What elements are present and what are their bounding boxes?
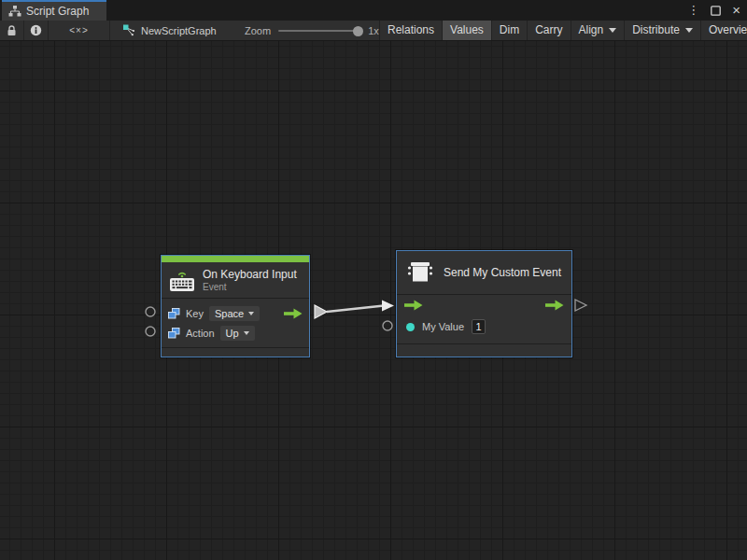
port-row-key: Key Space bbox=[162, 303, 309, 323]
script-graph-window: Script Graph ⋮ × bbox=[0, 0, 747, 560]
info-icon bbox=[30, 24, 42, 36]
graph-canvas[interactable]: On Keyboard Input Event Key Space bbox=[0, 41, 747, 560]
node-title: Send My Custom Event bbox=[444, 266, 561, 279]
chevron-down-icon bbox=[685, 28, 693, 33]
wire-end-arrow bbox=[382, 301, 394, 312]
port-row-action: Action Up bbox=[162, 323, 309, 343]
graph-toolbar: <×> NewScriptGraph Zoom 1x Relati bbox=[0, 21, 747, 41]
zoom-control: Zoom 1x bbox=[245, 21, 381, 40]
lock-icon bbox=[7, 24, 17, 36]
node-footer bbox=[162, 348, 309, 357]
node-title: On Keyboard Input bbox=[203, 268, 297, 281]
code-toggle-icon: <×> bbox=[69, 25, 89, 35]
node-subtitle: Event bbox=[203, 282, 297, 292]
value-port-dot[interactable] bbox=[406, 323, 415, 331]
keyboard-event-icon bbox=[169, 268, 195, 292]
connection-overlay bbox=[0, 41, 747, 560]
values-button[interactable]: Values bbox=[442, 21, 491, 40]
zoom-slider[interactable] bbox=[278, 30, 360, 32]
control-ports-row bbox=[397, 295, 571, 315]
my-value-input[interactable]: 1 bbox=[472, 319, 486, 334]
align-dropdown-button[interactable]: Align bbox=[571, 21, 625, 40]
kebab-menu-icon[interactable]: ⋮ bbox=[684, 0, 702, 21]
key-input-port-circle[interactable] bbox=[146, 307, 155, 316]
key-dropdown[interactable]: Space bbox=[209, 306, 260, 321]
chevron-down-icon bbox=[248, 312, 254, 315]
zoom-label: Zoom bbox=[245, 25, 271, 36]
output-flow-port-triangle[interactable] bbox=[575, 300, 586, 311]
control-output-port[interactable] bbox=[545, 300, 564, 311]
control-input-port[interactable] bbox=[404, 300, 423, 311]
zoom-slider-handle[interactable] bbox=[353, 26, 363, 36]
action-input-port-circle[interactable] bbox=[146, 327, 155, 336]
chevron-down-icon bbox=[244, 331, 249, 335]
zoom-value: 1x bbox=[368, 25, 379, 36]
chevron-down-icon bbox=[609, 28, 616, 33]
enum-type-icon bbox=[168, 308, 180, 319]
graph-breadcrumb[interactable]: NewScriptGraph bbox=[123, 21, 217, 40]
script-graph-icon bbox=[123, 24, 135, 36]
node-header[interactable]: On Keyboard Input Event bbox=[162, 262, 309, 298]
lock-button[interactable] bbox=[0, 21, 24, 40]
toolbar-buttons: Relations Values Dim Carry Align Distrib… bbox=[379, 21, 747, 40]
action-dropdown[interactable]: Up bbox=[220, 326, 255, 341]
carry-button[interactable]: Carry bbox=[527, 21, 570, 40]
tab-script-graph[interactable]: Script Graph bbox=[2, 0, 106, 21]
dim-button[interactable]: Dim bbox=[491, 21, 527, 40]
window-controls: ⋮ × bbox=[684, 0, 743, 21]
graph-name-label: NewScriptGraph bbox=[141, 25, 217, 36]
trigger-output-port[interactable] bbox=[284, 308, 303, 319]
control-connection-wire bbox=[327, 306, 384, 313]
node-header[interactable]: Send My Custom Event bbox=[397, 251, 571, 294]
node-on-keyboard-input[interactable]: On Keyboard Input Event Key Space bbox=[161, 255, 310, 357]
tab-title: Script Graph bbox=[26, 5, 89, 18]
info-button[interactable] bbox=[24, 21, 49, 40]
port-row-my-value: My Value 1 bbox=[397, 315, 571, 338]
graph-hierarchy-icon bbox=[8, 6, 21, 18]
enum-type-icon bbox=[168, 328, 180, 339]
my-value-input-port-circle[interactable] bbox=[383, 321, 392, 330]
tab-bar: Script Graph ⋮ × bbox=[0, 0, 747, 21]
node-ports: Key Space bbox=[162, 299, 309, 347]
event-accent-bar bbox=[162, 256, 309, 262]
custom-event-icon bbox=[406, 259, 434, 287]
close-icon[interactable]: × bbox=[729, 1, 743, 20]
node-footer bbox=[397, 344, 571, 357]
relations-button[interactable]: Relations bbox=[379, 21, 442, 40]
code-preview-toggle[interactable]: <×> bbox=[49, 21, 110, 40]
distribute-dropdown-button[interactable]: Distribute bbox=[624, 21, 700, 40]
maximize-icon[interactable] bbox=[711, 6, 721, 16]
overview-button[interactable]: Overview bbox=[700, 21, 747, 40]
wire-source-arrow bbox=[315, 305, 327, 318]
node-send-my-custom-event[interactable]: Send My Custom Event bbox=[396, 250, 572, 357]
